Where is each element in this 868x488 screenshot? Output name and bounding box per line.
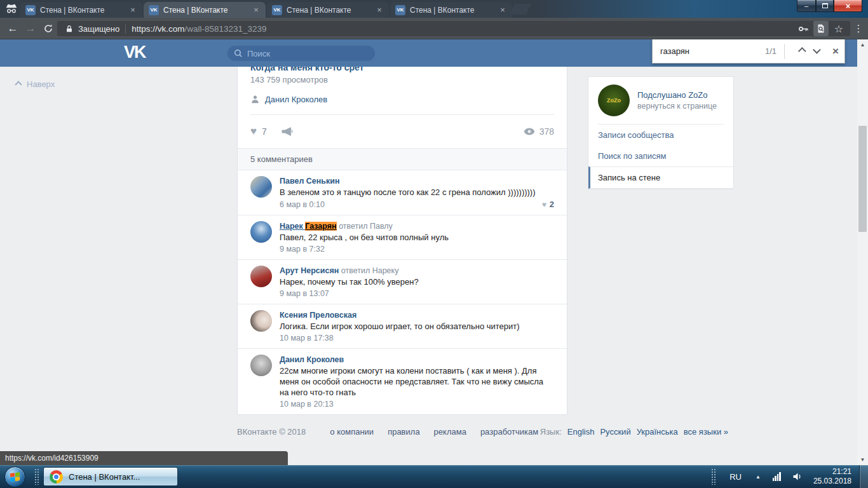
comments-header: 5 комментариев	[238, 148, 567, 170]
like-count[interactable]: 7	[262, 126, 267, 137]
vk-favicon: VK	[272, 5, 282, 15]
language-russian[interactable]: Русский	[600, 427, 630, 437]
find-input[interactable]	[660, 46, 743, 56]
language-english[interactable]: English	[567, 427, 595, 437]
show-hidden-icons-button[interactable]: ▲	[756, 474, 761, 480]
vk-logo[interactable]: VK	[124, 43, 146, 62]
group-name-link[interactable]: Подслушано ZoZo	[637, 90, 717, 101]
tab-close-icon[interactable]: ×	[252, 6, 261, 14]
start-button[interactable]	[4, 466, 25, 487]
tab-2-active[interactable]: VK Стена | ВКонтакте ×	[144, 2, 266, 18]
new-tab-button[interactable]	[510, 4, 531, 15]
taskbar-chrome-button[interactable]: Стена | ВКонтакт...	[43, 467, 178, 486]
tab-close-icon[interactable]: ×	[498, 6, 507, 14]
back-to-top-label: Наверх	[27, 79, 55, 89]
avatar[interactable]	[250, 266, 272, 287]
avatar[interactable]	[250, 176, 272, 198]
group-row: ZoZo Подслушано ZoZo вернуться к страниц…	[588, 77, 733, 124]
maximize-button[interactable]	[816, 0, 834, 12]
comment-author-link[interactable]: Павел Сенькин	[280, 177, 340, 186]
url-text[interactable]: https://vk.com/wall-85813231_3239	[132, 24, 266, 34]
scroll-up-button[interactable]: ▲	[857, 39, 868, 50]
key-icon	[798, 24, 809, 34]
back-to-top-link[interactable]: Наверх	[16, 79, 55, 89]
sidebar-item-wall-post-active[interactable]: Запись на стене	[588, 166, 733, 189]
find-in-page-icon	[816, 24, 826, 34]
comment-author-link[interactable]: Нарек	[280, 222, 305, 231]
sidebar-item-post-search[interactable]: Поиск по записям	[588, 146, 733, 166]
avatar[interactable]	[250, 221, 272, 243]
scrollbar[interactable]: ▲ ▼	[857, 39, 868, 465]
back-button[interactable]: ←	[5, 21, 20, 36]
screen: VK Стена | ВКонтакте × VK Стена | ВКонта…	[0, 0, 868, 488]
system-tray: RU ▲ 21:21 25.03.2018	[711, 465, 868, 488]
language-ukrainian[interactable]: Українська	[637, 427, 678, 437]
eye-icon	[524, 128, 535, 135]
reload-button[interactable]	[41, 21, 56, 36]
comment-author-link[interactable]: Ксения Преловская	[280, 311, 356, 320]
scroll-down-button[interactable]: ▼	[857, 454, 868, 465]
footer-link-rules[interactable]: правила	[388, 427, 419, 437]
address-bar[interactable]: Защищено https://vk.com/wall-85813231_32…	[57, 21, 850, 36]
comment-date-link[interactable]: 10 мар в 20:13	[280, 400, 334, 409]
comment-text: Логика. Если игрок хорошо играет, то он …	[280, 321, 554, 332]
language-indicator[interactable]: RU	[729, 472, 742, 482]
footer-link-ads[interactable]: реклама	[434, 427, 466, 437]
like-icon[interactable]: ♥	[250, 125, 257, 138]
comment-date-link[interactable]: 10 мар в 17:38	[280, 334, 334, 342]
clock[interactable]: 21:21 25.03.2018	[813, 467, 851, 486]
show-desktop-button[interactable]	[859, 465, 868, 488]
vk-search-input[interactable]	[247, 49, 362, 58]
comment-date-link[interactable]: 6 мар в 0:10	[280, 200, 325, 209]
minimize-button[interactable]: –	[797, 0, 816, 12]
tab-3[interactable]: VK Стена | ВКонтакте ×	[267, 2, 389, 18]
vk-search-box[interactable]	[227, 46, 375, 61]
volume-icon[interactable]	[792, 472, 803, 481]
find-previous-button[interactable]	[791, 43, 809, 60]
chevron-up-icon	[15, 81, 22, 88]
vk-footer: ВКонтакте © 2018 о компании правила рекл…	[237, 427, 728, 437]
tab-1[interactable]: VK Стена | ВКонтакте ×	[20, 2, 142, 18]
windows-logo-icon	[10, 472, 20, 482]
tab-close-icon[interactable]: ×	[128, 6, 137, 14]
forward-button[interactable]: →	[23, 21, 38, 36]
url-host: https://vk.com	[132, 24, 184, 34]
group-avatar[interactable]: ZoZo	[598, 85, 630, 116]
share-megaphone-icon[interactable]	[281, 126, 293, 137]
tab-4[interactable]: VK Стена | ВКонтакте ×	[390, 2, 512, 18]
network-icon[interactable]	[773, 472, 781, 481]
avatar[interactable]	[250, 310, 272, 332]
comment-author-link[interactable]: Данил Кроколев	[280, 355, 344, 364]
sidebar-item-community-posts[interactable]: Записи сообщества	[588, 125, 733, 146]
find-close-button[interactable]: ×	[827, 43, 844, 60]
comment-date-link[interactable]: 9 мар в 13:07	[280, 289, 329, 298]
post-signer-link[interactable]: Данил Кроколев	[265, 95, 327, 104]
group-back-link[interactable]: вернуться к странице	[637, 101, 717, 112]
footer-link-about[interactable]: о компании	[330, 427, 374, 437]
tab-close-icon[interactable]: ×	[375, 6, 384, 14]
comment-date-link[interactable]: 9 мар в 7:32	[280, 245, 325, 254]
page-content: Наверх Когда на меня кто-то срет 143 759…	[0, 39, 857, 465]
saved-passwords-key-button[interactable]	[796, 21, 811, 36]
footer-link-developers[interactable]: разработчикам	[480, 427, 538, 437]
browser-menu-button[interactable]: ⋮	[851, 21, 865, 36]
security-label[interactable]: Защищено	[78, 24, 119, 34]
divider	[784, 44, 785, 59]
tab-title: Стена | ВКонтакте	[163, 6, 247, 15]
close-window-button[interactable]: ×	[834, 0, 862, 12]
comment-like-counter[interactable]: ♥ 2	[542, 200, 554, 209]
comment-author-link[interactable]: Арут Нерсисян	[280, 266, 339, 275]
avatar[interactable]	[250, 355, 272, 376]
language-all[interactable]: все языки »	[684, 427, 728, 437]
scrollbar-thumb[interactable]	[858, 126, 867, 232]
tab-title: Стена | ВКонтакте	[410, 6, 494, 15]
find-next-button[interactable]	[809, 43, 827, 60]
vk-favicon: VK	[25, 5, 36, 15]
bookmark-star-button[interactable]: ☆	[831, 21, 846, 36]
taskbar-grip	[34, 468, 40, 485]
comment-row: Арут Нерсисян ответил Нареку Нарек, поче…	[238, 259, 567, 304]
person-icon	[250, 95, 260, 104]
comment-text: 22см многие игроки смогут на колени пост…	[280, 365, 554, 398]
find-in-page-indicator[interactable]	[813, 21, 829, 36]
find-match-highlight[interactable]: Газарян	[305, 222, 336, 231]
